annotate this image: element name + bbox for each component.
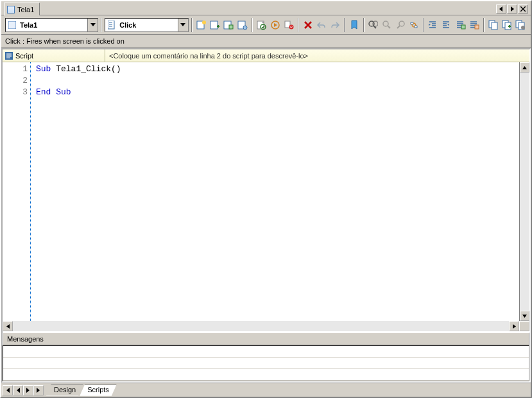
screen-icon — [7, 6, 15, 13]
library-button[interactable] — [236, 19, 248, 31]
svg-point-3 — [202, 21, 206, 24]
event-combo-value: Click — [118, 21, 178, 29]
tab-next-button[interactable] — [507, 4, 517, 13]
toolbar-separator — [101, 18, 102, 32]
vertical-scrollbar[interactable] — [519, 62, 529, 321]
tab-nav-buttons — [496, 3, 531, 15]
new-proc-button[interactable] — [195, 19, 207, 31]
scroll-track[interactable] — [13, 321, 509, 331]
message-row — [3, 346, 529, 358]
svg-rect-6 — [229, 25, 233, 29]
messages-header: Mensagens — [3, 333, 529, 345]
tab-close-button[interactable] — [518, 4, 528, 13]
document-tab-strip: Tela1 — [1, 1, 531, 15]
event-combo[interactable]: Click — [105, 18, 189, 32]
tab-prev-button[interactable] — [496, 4, 506, 13]
editor-window: Tela1 Tela1 Click R — [0, 0, 532, 398]
scroll-right-button[interactable] — [509, 321, 519, 331]
script-header-label: Script — [15, 52, 33, 60]
module-button[interactable] — [223, 19, 235, 31]
bookmark-button[interactable] — [348, 19, 360, 31]
tab-next-button[interactable] — [23, 385, 33, 395]
copy-page-green-button[interactable] — [501, 19, 513, 31]
svg-rect-22 — [492, 22, 497, 30]
svg-point-17 — [383, 21, 388, 26]
script-toolbar: Tela1 Click R — [1, 15, 531, 35]
toolbar-separator — [344, 18, 345, 32]
toolbar-separator — [298, 18, 299, 32]
scroll-up-button[interactable] — [520, 62, 529, 73]
bottom-tab-nav — [3, 385, 44, 395]
messages-list[interactable] — [3, 345, 529, 381]
scroll-down-button[interactable] — [520, 311, 529, 321]
toolbar-separator — [363, 18, 365, 32]
tab-scripts[interactable]: Scripts — [80, 385, 117, 396]
comment-button[interactable] — [454, 19, 467, 31]
document-tab-label: Tela1 — [17, 6, 34, 13]
copy-page-gear-button[interactable] — [515, 19, 527, 31]
tab-first-button[interactable] — [3, 385, 13, 395]
scroll-left-button[interactable] — [3, 321, 13, 331]
tab-prev-button[interactable] — [13, 385, 23, 395]
message-row — [3, 358, 529, 369]
chevron-down-icon — [178, 19, 188, 31]
svg-point-8 — [243, 26, 247, 30]
svg-rect-4 — [210, 21, 218, 29]
line-number-gutter: 123 — [3, 62, 31, 321]
delete-button[interactable] — [302, 19, 314, 31]
messages-panel: Mensagens — [3, 331, 529, 381]
bottom-tab-strip: Design Scripts — [1, 383, 531, 397]
object-combo-value: Tela1 — [19, 21, 87, 29]
object-combo[interactable]: Tela1 — [5, 18, 98, 32]
run-button[interactable] — [269, 19, 281, 31]
undo-button[interactable] — [315, 19, 327, 31]
script-comment-placeholder[interactable]: <Coloque um comentário na linha 2 do scr… — [105, 52, 529, 60]
message-row — [3, 369, 529, 381]
svg-point-16 — [373, 21, 378, 26]
redo-button[interactable] — [329, 19, 341, 31]
scroll-track[interactable] — [520, 73, 529, 311]
tab-last-button[interactable] — [33, 385, 44, 395]
compile-button[interactable] — [255, 19, 268, 31]
bottom-tabs-container: Design Scripts — [46, 385, 113, 396]
document-tab-tela1[interactable]: Tela1 — [4, 3, 40, 15]
toolbar-separator — [423, 18, 424, 32]
find-button[interactable] — [367, 19, 379, 31]
event-hint-bar: Click : Fires when screen is clicked on — [1, 35, 531, 48]
scroll-corner — [519, 321, 529, 331]
svg-point-18 — [399, 21, 404, 26]
toolbar-separator — [483, 18, 485, 32]
script-icon — [5, 52, 13, 60]
svg-rect-28 — [5, 52, 13, 60]
tab-design[interactable]: Design — [46, 385, 83, 396]
chevron-down-icon — [87, 19, 98, 31]
find-prev-button[interactable] — [394, 19, 406, 31]
replace-button[interactable] — [408, 19, 420, 31]
script-header-label-cell: Script — [3, 49, 105, 62]
script-description-bar: Script <Coloque um comentário na linha 2… — [3, 49, 529, 62]
svg-text:R: R — [290, 25, 293, 29]
code-editor[interactable]: 123 Sub Tela1_Click() End Sub — [3, 62, 529, 321]
svg-point-27 — [521, 26, 525, 30]
svg-rect-19 — [461, 25, 465, 29]
content-area: Script <Coloque um comentário na linha 2… — [1, 48, 531, 383]
stop-record-button[interactable]: R — [282, 19, 295, 31]
code-text-area[interactable]: Sub Tela1_Click() End Sub — [31, 62, 519, 321]
toolbar-separator — [191, 18, 193, 32]
find-next-button[interactable] — [381, 19, 393, 31]
document-icon — [107, 21, 116, 30]
add-sub-button[interactable] — [209, 19, 221, 31]
outdent-button[interactable] — [441, 19, 453, 31]
toolbar-separator — [252, 18, 253, 32]
uncomment-button[interactable] — [468, 19, 480, 31]
svg-rect-0 — [8, 21, 16, 29]
indent-button[interactable] — [427, 19, 439, 31]
copy-page-button[interactable] — [487, 19, 499, 31]
horizontal-scrollbar[interactable] — [3, 321, 529, 331]
screen-icon — [8, 21, 17, 30]
event-hint-text: Click : Fires when screen is clicked on — [5, 37, 124, 45]
svg-rect-20 — [475, 25, 479, 29]
